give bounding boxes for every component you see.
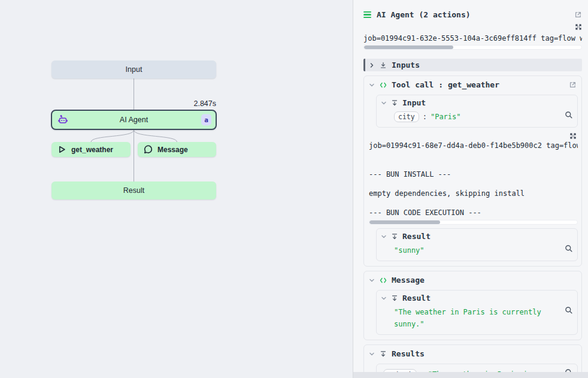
flow-node-result[interactable]: Result <box>51 182 216 199</box>
job-log-line: job=01994c91-632e-5553-104a-3c69eff814ff… <box>363 34 582 43</box>
section-message: Message Result "The weather in Paris is … <box>363 271 582 340</box>
flow-node-ai-agent[interactable]: AI Agent a <box>51 110 217 130</box>
results-header[interactable]: Results <box>368 348 578 360</box>
tool-result-box: Result "sunny" <box>376 228 578 261</box>
chevron-down-icon <box>381 295 387 301</box>
message-result-header[interactable]: Result <box>381 294 573 303</box>
code-icon <box>380 277 387 284</box>
chevron-right-icon <box>369 62 375 68</box>
header-progress-bar <box>363 45 582 50</box>
chevron-down-icon <box>381 234 387 240</box>
panel-title: AI Agent (2 actions) <box>377 10 569 19</box>
flow-node-message[interactable]: Message <box>138 142 216 157</box>
flow-node-get-weather[interactable]: get_weather <box>51 142 131 157</box>
panel-header: AI Agent (2 actions) <box>363 0 582 19</box>
string-value: "Paris" <box>431 113 461 121</box>
open-in-new-icon[interactable] <box>569 81 577 89</box>
tool-input-header[interactable]: Input <box>381 98 573 107</box>
details-panel: AI Agent (2 actions) job=01994c91-632e-5… <box>353 0 588 378</box>
magnifier-icon[interactable] <box>565 111 573 119</box>
header-progress-fill <box>364 46 453 49</box>
tool-result-title: Result <box>402 232 431 241</box>
string-value: "The weather in Paris is currently sunny… <box>394 308 541 328</box>
inputs-label: Inputs <box>392 61 420 69</box>
download-icon <box>380 62 387 69</box>
message-result-value-row: "The weather in Paris is currently sunny… <box>381 306 573 330</box>
message-result-box: Result "The weather in Paris is currentl… <box>376 290 578 335</box>
arrow-down-from-bar-icon <box>380 350 387 358</box>
node-message-label: Message <box>157 146 188 154</box>
agent-list-icon <box>363 11 371 19</box>
panel-footer <box>353 372 588 378</box>
agent-badge: a <box>201 114 211 126</box>
code-icon <box>380 81 387 89</box>
arrow-down-from-bar-icon <box>391 295 398 302</box>
tool-progress-bar <box>369 220 578 225</box>
message-header[interactable]: Message <box>368 274 578 286</box>
arrow-down-from-bar-icon <box>391 99 398 107</box>
node-duration-label: 2.847s <box>51 99 216 108</box>
expand-icon[interactable] <box>575 23 582 31</box>
tool-result-header[interactable]: Result <box>381 232 573 241</box>
magnifier-icon[interactable] <box>565 244 573 253</box>
open-in-new-icon[interactable] <box>574 11 582 19</box>
tool-progress-fill <box>369 220 440 224</box>
tool-input-box: Input city:"Paris" <box>376 95 578 128</box>
node-result-label: Result <box>123 186 144 195</box>
key-pill: city <box>394 111 419 122</box>
chevron-down-icon <box>369 351 375 357</box>
tool-call-title: Tool call : get_weather <box>392 80 499 89</box>
speech-bubble-icon <box>144 145 153 154</box>
tool-call-header[interactable]: Tool call : get_weather <box>368 79 578 91</box>
arrow-down-from-bar-icon <box>391 233 398 240</box>
play-icon <box>57 145 66 154</box>
string-value: "sunny" <box>394 246 425 255</box>
tool-log: job=01994c91-68e7-dd4a-deb0-f14be5b900c2… <box>369 132 578 225</box>
chevron-down-icon <box>381 100 387 106</box>
tool-result-value-row: "sunny" <box>381 244 573 256</box>
chevron-down-icon <box>369 82 375 88</box>
node-agent-label: AI Agent <box>52 116 216 124</box>
tool-log-text: job=01994c91-68e7-dd4a-deb0-f14be5b900c2… <box>369 141 578 217</box>
message-title: Message <box>392 276 425 285</box>
magnifier-icon[interactable] <box>565 306 573 315</box>
section-tool-call: Tool call : get_weather Input cit <box>363 75 582 267</box>
node-tool-label: get_weather <box>71 146 113 154</box>
tool-input-title: Input <box>402 98 426 107</box>
message-result-title: Result <box>402 294 431 303</box>
section-inputs-header[interactable]: Inputs <box>363 59 582 71</box>
flow-canvas: Input 2.847s AI Agent a get_weather <box>0 0 353 378</box>
results-title: Results <box>392 349 425 358</box>
tool-input-value-row: city:"Paris" <box>381 111 573 123</box>
node-input-label: Input <box>126 65 143 74</box>
expand-icon[interactable] <box>569 132 577 140</box>
chevron-down-icon <box>369 277 375 283</box>
flow-node-input[interactable]: Input <box>51 61 216 78</box>
